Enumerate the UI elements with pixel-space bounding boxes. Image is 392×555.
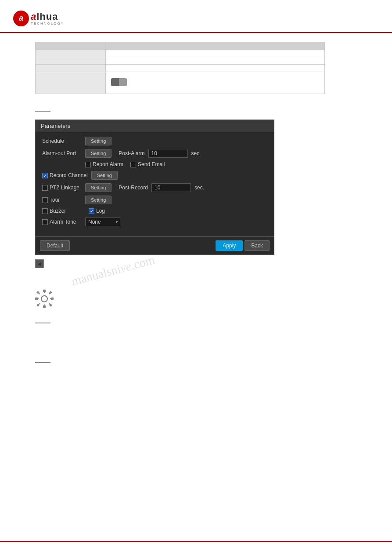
post-alarm-label: Post-Alarm	[119, 150, 144, 156]
logo-brand: alhua	[31, 11, 64, 22]
post-record-input[interactable]	[151, 183, 191, 192]
svg-rect-12	[51, 297, 54, 300]
table-row-toggle	[36, 72, 325, 94]
table-cell-label	[36, 50, 106, 57]
logo: a alhua TECHNOLOGY	[13, 11, 64, 26]
table-row	[36, 65, 325, 72]
svg-rect-9	[43, 290, 46, 292]
table-cell-value	[106, 50, 325, 57]
logo-brand-text: lhua	[36, 11, 58, 22]
table-cell-value	[106, 65, 325, 72]
buzzer-checkbox[interactable]	[42, 208, 48, 214]
tour-label: Tour	[50, 197, 60, 203]
toggle-right	[119, 78, 127, 86]
record-channel-checkbox[interactable]: ✓	[42, 173, 48, 178]
send-email-label: Send Email	[138, 161, 165, 167]
schedule-row: Schedule Setting	[42, 137, 267, 145]
buzzer-log-row: Buzzer ✓ Log	[42, 208, 267, 214]
alarm-tone-checkbox[interactable]	[42, 219, 48, 225]
alarm-tone-dropdown-wrapper: None ▼	[85, 218, 120, 226]
small-icon-row: ◄	[35, 259, 357, 268]
tour-setting-button[interactable]: Setting	[85, 196, 111, 204]
back-button[interactable]: Back	[245, 240, 270, 251]
buzzer-label: Buzzer	[50, 208, 66, 214]
logo-tagline: TECHNOLOGY	[31, 22, 64, 25]
schedule-label: Schedule	[42, 138, 82, 144]
bottom-line	[0, 541, 392, 542]
record-channel-setting-button[interactable]: Setting	[91, 171, 118, 180]
alarm-tone-checkbox-item: Alarm Tone	[42, 219, 82, 225]
record-channel-label: Record Channel	[50, 172, 88, 178]
table-cell-value	[106, 57, 325, 65]
table-cell-label	[36, 72, 106, 94]
tour-checkbox[interactable]	[42, 197, 48, 203]
svg-point-0	[41, 296, 47, 302]
toggle-switch[interactable]	[111, 78, 127, 86]
table-header-row	[36, 42, 325, 50]
alarm-out-setting-button[interactable]: Setting	[85, 149, 111, 158]
log-checkbox-item: ✓ Log	[89, 208, 105, 214]
main-content: Parameters Schedule Setting Alarm-out Po…	[0, 33, 392, 375]
tour-row: Tour Setting	[42, 196, 267, 204]
table-cell-label	[36, 57, 106, 65]
ptz-linkage-label: PTZ Linkage	[50, 185, 79, 191]
alarm-tone-select[interactable]: None	[85, 218, 120, 226]
param-table	[35, 42, 325, 94]
svg-rect-11	[35, 297, 38, 300]
alarm-tone-row: Alarm Tone None ▼	[42, 218, 267, 226]
default-button[interactable]: Default	[40, 240, 70, 251]
parameters-panel: Parameters Schedule Setting Alarm-out Po…	[35, 120, 274, 255]
table-cell-toggle	[106, 72, 325, 94]
table-header-col1	[36, 42, 106, 50]
alarm-out-label: Alarm-out Port	[42, 150, 82, 156]
post-alarm-input[interactable]	[148, 149, 188, 158]
gear-icon	[35, 290, 54, 308]
send-email-checkbox-item: Send Email	[130, 161, 165, 167]
footer-buttons: Apply Back	[216, 240, 270, 251]
post-alarm-unit: sec.	[191, 150, 201, 156]
report-alarm-row: Report Alarm Send Email	[42, 161, 267, 167]
table-row	[36, 50, 325, 57]
section-divider	[35, 111, 50, 112]
tour-checkbox-item: Tour	[42, 197, 82, 203]
panel-title: Parameters	[36, 120, 274, 132]
report-alarm-label: Report Alarm	[93, 161, 123, 167]
svg-rect-10	[43, 305, 46, 308]
table-cell-label	[36, 65, 106, 72]
report-alarm-checkbox[interactable]	[85, 162, 91, 167]
post-record-unit: sec.	[194, 185, 204, 191]
log-checkbox[interactable]: ✓	[89, 208, 94, 214]
alarm-tone-label: Alarm Tone	[50, 219, 76, 225]
section-divider-3	[35, 362, 50, 363]
record-channel-row: ✓ Record Channel Setting	[42, 171, 267, 180]
small-arrow-icon: ◄	[35, 259, 44, 268]
header: a alhua TECHNOLOGY	[0, 0, 392, 33]
send-email-checkbox[interactable]	[130, 162, 136, 167]
panel-body: Schedule Setting Alarm-out Port Setting …	[36, 132, 274, 234]
apply-button[interactable]: Apply	[216, 240, 243, 251]
table-header-col2	[106, 42, 325, 50]
ptz-linkage-row: PTZ Linkage Setting Post-Record sec.	[42, 183, 267, 192]
ptz-linkage-checkbox-item: PTZ Linkage	[42, 185, 82, 191]
logo-symbol: a	[19, 14, 23, 23]
report-alarm-checkbox-item: Report Alarm	[85, 161, 123, 167]
schedule-setting-button[interactable]: Setting	[85, 137, 111, 145]
panel-footer: Default Apply Back	[36, 236, 274, 254]
logo-icon: a	[13, 11, 29, 26]
ptz-linkage-checkbox[interactable]	[42, 185, 48, 191]
ptz-linkage-setting-button[interactable]: Setting	[85, 183, 111, 192]
section-divider-2	[35, 323, 50, 323]
record-channel-checkbox-item: ✓ Record Channel	[42, 172, 88, 178]
post-record-label: Post-Record	[119, 185, 148, 191]
alarm-out-row: Alarm-out Port Setting Post-Alarm sec.	[42, 149, 267, 158]
buzzer-checkbox-item: Buzzer	[42, 208, 82, 214]
toggle-left	[111, 78, 119, 86]
table-row	[36, 57, 325, 65]
log-label: Log	[96, 208, 105, 214]
